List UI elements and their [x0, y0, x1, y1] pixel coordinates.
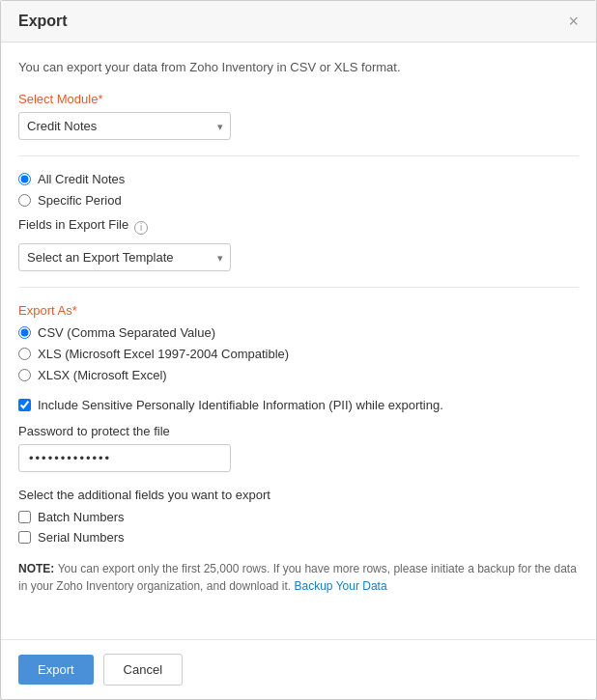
batch-checkbox-item: Batch Numbers	[18, 510, 579, 524]
divider-1	[18, 155, 579, 156]
fields-label: Fields in Export File	[18, 217, 128, 232]
radio-all-credit-notes: All Credit Notes	[18, 172, 579, 186]
password-section: Password to protect the file	[18, 424, 579, 472]
radio-xlsx: XLSX (Microsoft Excel)	[18, 368, 579, 382]
batch-checkbox[interactable]	[18, 511, 31, 523]
radio-xlsx-input[interactable]	[18, 369, 31, 381]
backup-link[interactable]: Backup Your Data	[295, 579, 387, 593]
radio-xls-input[interactable]	[18, 348, 31, 360]
note-label: NOTE:	[18, 562, 58, 575]
note-section: NOTE: You can export only the first 25,0…	[18, 560, 579, 595]
radio-all-input[interactable]	[18, 173, 31, 185]
export-dialog: Export × You can export your data from Z…	[0, 0, 597, 700]
export-as-section: Export As* CSV (Comma Separated Value) X…	[18, 303, 579, 382]
module-label: Select Module*	[18, 92, 579, 106]
export-button[interactable]: Export	[18, 655, 94, 685]
radio-csv-label[interactable]: CSV (Comma Separated Value)	[38, 325, 215, 340]
serial-checkbox[interactable]	[18, 531, 31, 544]
batch-label[interactable]: Batch Numbers	[38, 510, 125, 524]
password-input[interactable]	[18, 444, 231, 472]
dialog-title: Export	[18, 13, 68, 30]
module-select-wrapper: Credit Notes Invoices Bills Purchase Ord…	[18, 112, 231, 140]
additional-fields-label: Select the additional fields you want to…	[18, 488, 579, 502]
additional-fields-section: Select the additional fields you want to…	[18, 488, 579, 545]
radio-xls-label[interactable]: XLS (Microsoft Excel 1997-2004 Compatibl…	[38, 347, 289, 361]
radio-specific-label[interactable]: Specific Period	[38, 193, 122, 208]
period-section: All Credit Notes Specific Period	[18, 172, 579, 208]
intro-text: You can export your data from Zoho Inven…	[18, 60, 579, 74]
radio-all-label[interactable]: All Credit Notes	[38, 172, 125, 186]
close-button[interactable]: ×	[568, 13, 579, 30]
info-icon: i	[134, 221, 148, 235]
divider-2	[18, 287, 579, 288]
pii-checkbox[interactable]	[18, 399, 31, 411]
serial-checkbox-item: Serial Numbers	[18, 530, 579, 545]
pii-checkbox-item: Include Sensitive Personally Identifiabl…	[18, 398, 579, 412]
template-select[interactable]: Select an Export Template	[18, 243, 231, 271]
cancel-button[interactable]: Cancel	[103, 654, 183, 686]
password-label: Password to protect the file	[18, 424, 579, 438]
radio-csv-input[interactable]	[18, 326, 31, 339]
fields-section: Fields in Export File i Select an Export…	[18, 217, 579, 271]
pii-label[interactable]: Include Sensitive Personally Identifiabl…	[38, 398, 443, 412]
radio-xlsx-label[interactable]: XLSX (Microsoft Excel)	[38, 368, 167, 382]
radio-csv: CSV (Comma Separated Value)	[18, 325, 579, 340]
dialog-body: You can export your data from Zoho Inven…	[1, 42, 596, 639]
dialog-footer: Export Cancel	[1, 639, 596, 699]
module-section: Select Module* Credit Notes Invoices Bil…	[18, 92, 579, 140]
fields-label-row: Fields in Export File i	[18, 217, 579, 238]
dialog-header: Export ×	[1, 1, 596, 42]
serial-label[interactable]: Serial Numbers	[38, 530, 125, 545]
radio-specific-period: Specific Period	[18, 193, 579, 208]
export-as-label: Export As*	[18, 303, 579, 318]
template-select-wrapper: Select an Export Template ▾	[18, 243, 231, 271]
export-format-group: CSV (Comma Separated Value) XLS (Microso…	[18, 325, 579, 382]
module-select[interactable]: Credit Notes Invoices Bills Purchase Ord…	[18, 112, 231, 140]
radio-specific-input[interactable]	[18, 194, 31, 207]
radio-xls: XLS (Microsoft Excel 1997-2004 Compatibl…	[18, 347, 579, 361]
